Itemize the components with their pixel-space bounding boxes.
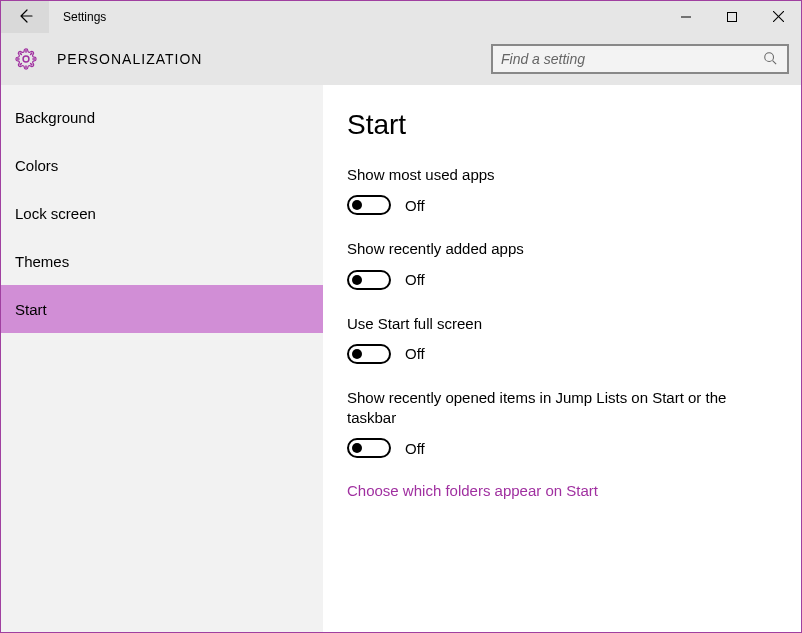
maximize-icon bbox=[727, 9, 737, 25]
toggle-start-full-screen[interactable] bbox=[347, 344, 391, 364]
window-controls bbox=[663, 1, 801, 33]
back-button[interactable] bbox=[1, 1, 49, 33]
content: Start Show most used apps Off Show recen… bbox=[323, 85, 801, 632]
header: PERSONALIZATION bbox=[1, 33, 801, 85]
toggle-knob bbox=[352, 275, 362, 285]
toggle-row: Off bbox=[347, 438, 777, 458]
gear-icon bbox=[15, 48, 37, 70]
sidebar-item-label: Start bbox=[15, 301, 47, 318]
sidebar-item-themes[interactable]: Themes bbox=[1, 237, 323, 285]
svg-line-6 bbox=[773, 61, 777, 65]
setting-label: Show most used apps bbox=[347, 165, 747, 185]
close-icon bbox=[773, 9, 784, 25]
sidebar-item-lock-screen[interactable]: Lock screen bbox=[1, 189, 323, 237]
setting-recently-added-apps: Show recently added apps Off bbox=[347, 239, 777, 289]
toggle-state: Off bbox=[405, 345, 425, 362]
minimize-button[interactable] bbox=[663, 1, 709, 33]
toggle-knob bbox=[352, 200, 362, 210]
sidebar-item-colors[interactable]: Colors bbox=[1, 141, 323, 189]
sidebar-item-label: Lock screen bbox=[15, 205, 96, 222]
toggle-knob bbox=[352, 443, 362, 453]
toggle-row: Off bbox=[347, 270, 777, 290]
toggle-recently-added-apps[interactable] bbox=[347, 270, 391, 290]
page-title: Start bbox=[347, 109, 777, 141]
toggle-row: Off bbox=[347, 344, 777, 364]
sidebar-item-label: Colors bbox=[15, 157, 58, 174]
search-icon bbox=[763, 51, 779, 67]
back-arrow-icon bbox=[17, 8, 33, 27]
toggle-state: Off bbox=[405, 440, 425, 457]
setting-most-used-apps: Show most used apps Off bbox=[347, 165, 777, 215]
svg-point-4 bbox=[23, 56, 29, 62]
body: Background Colors Lock screen Themes Sta… bbox=[1, 85, 801, 632]
toggle-most-used-apps[interactable] bbox=[347, 195, 391, 215]
setting-jump-lists: Show recently opened items in Jump Lists… bbox=[347, 388, 777, 459]
window-title: Settings bbox=[49, 1, 663, 33]
setting-start-full-screen: Use Start full screen Off bbox=[347, 314, 777, 364]
setting-label: Show recently opened items in Jump Lists… bbox=[347, 388, 747, 429]
setting-label: Use Start full screen bbox=[347, 314, 747, 334]
minimize-icon bbox=[681, 9, 691, 25]
sidebar-item-label: Themes bbox=[15, 253, 69, 270]
toggle-jump-lists[interactable] bbox=[347, 438, 391, 458]
sidebar: Background Colors Lock screen Themes Sta… bbox=[1, 85, 323, 632]
search-box[interactable] bbox=[491, 44, 789, 74]
svg-point-5 bbox=[765, 53, 774, 62]
svg-rect-1 bbox=[728, 13, 737, 22]
search-input[interactable] bbox=[501, 51, 763, 67]
choose-folders-link[interactable]: Choose which folders appear on Start bbox=[347, 482, 777, 499]
setting-label: Show recently added apps bbox=[347, 239, 747, 259]
sidebar-item-background[interactable]: Background bbox=[1, 93, 323, 141]
header-title: PERSONALIZATION bbox=[57, 51, 202, 67]
toggle-row: Off bbox=[347, 195, 777, 215]
toggle-state: Off bbox=[405, 197, 425, 214]
title-bar: Settings bbox=[1, 1, 801, 33]
sidebar-item-start[interactable]: Start bbox=[1, 285, 323, 333]
toggle-state: Off bbox=[405, 271, 425, 288]
settings-window: Settings PERSONALIZATION bbox=[0, 0, 802, 633]
sidebar-item-label: Background bbox=[15, 109, 95, 126]
toggle-knob bbox=[352, 349, 362, 359]
close-button[interactable] bbox=[755, 1, 801, 33]
maximize-button[interactable] bbox=[709, 1, 755, 33]
